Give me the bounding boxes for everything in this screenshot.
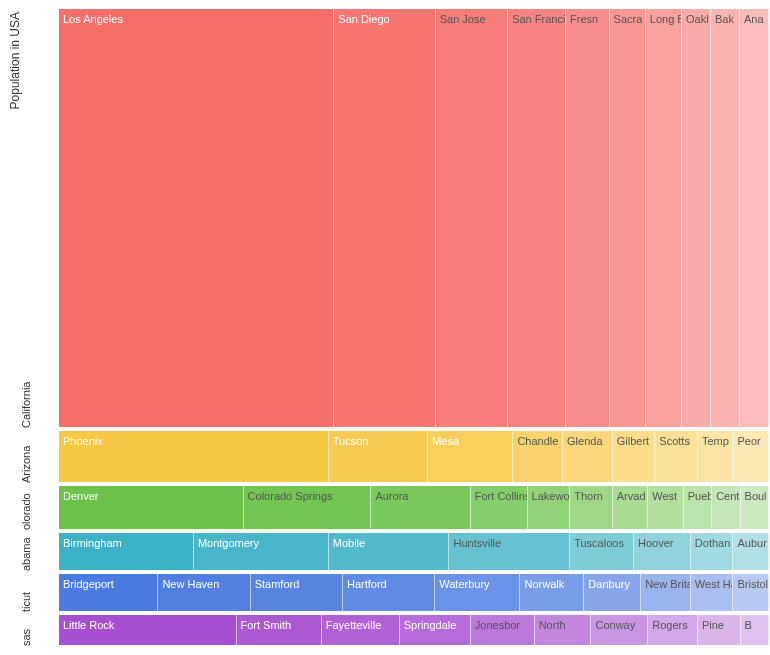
city-cell[interactable]: Lakewo: [528, 486, 571, 530]
city-cell[interactable]: Fresn: [566, 9, 609, 427]
city-cell[interactable]: Gilbert: [613, 431, 656, 481]
city-cell[interactable]: Phoenix: [59, 431, 329, 481]
city-cell[interactable]: Fayetteville: [322, 615, 400, 645]
city-cell[interactable]: Arvad: [613, 486, 649, 530]
city-cell[interactable]: Cent: [712, 486, 740, 530]
city-label: Bak: [715, 13, 734, 25]
state-row-arizona[interactable]: PhoenixTucsonMesaChandleGlendaGilbertSco…: [58, 430, 770, 482]
city-label: North: [539, 619, 566, 631]
city-label: Waterbury: [439, 578, 489, 590]
city-cell[interactable]: Thorn: [570, 486, 613, 530]
city-label: Fort Smith: [241, 619, 292, 631]
state-label-california: California: [20, 8, 32, 428]
city-label: Jonesbor: [475, 619, 520, 631]
city-label: New Britain: [645, 578, 691, 590]
city-label: Peor: [737, 435, 760, 447]
city-cell[interactable]: Conway: [591, 615, 648, 645]
city-label: Oakl: [686, 13, 709, 25]
city-cell[interactable]: Montgomery: [194, 533, 329, 570]
city-cell[interactable]: Aubur: [733, 533, 769, 570]
city-label: Colorado Springs: [248, 490, 333, 502]
marimekko-chart: Population in USA CaliforniaArizonaolora…: [0, 0, 770, 655]
city-cell[interactable]: Fort Smith: [237, 615, 322, 645]
city-cell[interactable]: Puebl: [684, 486, 712, 530]
city-cell[interactable]: Mobile: [329, 533, 450, 570]
city-cell[interactable]: Bak: [711, 9, 740, 427]
city-cell[interactable]: Rogers: [648, 615, 698, 645]
city-label: Bridgeport: [63, 578, 114, 590]
city-cell[interactable]: Birmingham: [59, 533, 194, 570]
city-cell[interactable]: Scotts: [655, 431, 698, 481]
city-cell[interactable]: Los Angeles: [59, 9, 334, 427]
city-cell[interactable]: Denver: [59, 486, 244, 530]
city-cell[interactable]: Aurora: [371, 486, 470, 530]
city-label: Bristol: [737, 578, 768, 590]
state-label-arkansas: sas: [20, 614, 32, 646]
city-cell[interactable]: Norwalk: [520, 574, 584, 611]
city-label: Aubur: [737, 537, 766, 549]
city-cell[interactable]: Ana: [740, 9, 769, 427]
city-cell[interactable]: San Diego: [334, 9, 435, 427]
city-label: Los Angeles: [63, 13, 123, 25]
city-cell[interactable]: North: [535, 615, 592, 645]
city-cell[interactable]: Pine: [698, 615, 741, 645]
city-label: Sacra: [614, 13, 643, 25]
city-cell[interactable]: Glenda: [563, 431, 613, 481]
city-cell[interactable]: Huntsville: [449, 533, 570, 570]
city-label: Birmingham: [63, 537, 122, 549]
state-label-alabama: abama: [20, 532, 32, 571]
city-cell[interactable]: Stamford: [251, 574, 343, 611]
city-cell[interactable]: Sacra: [610, 9, 646, 427]
state-row-california[interactable]: Los AngelesSan DiegoSan JoseSan Francisc…: [58, 8, 770, 428]
city-label: Aurora: [375, 490, 408, 502]
city-label: Phoenix: [63, 435, 103, 447]
city-cell[interactable]: New Haven: [158, 574, 250, 611]
city-cell[interactable]: New Britain: [641, 574, 691, 611]
city-cell[interactable]: Colorado Springs: [244, 486, 372, 530]
city-cell[interactable]: Dothan: [691, 533, 734, 570]
city-label: Pine: [702, 619, 724, 631]
city-cell[interactable]: Tuscaloos: [570, 533, 634, 570]
city-cell[interactable]: West: [648, 486, 684, 530]
city-label: Dothan: [695, 537, 730, 549]
city-cell[interactable]: Boul: [741, 486, 769, 530]
city-cell[interactable]: Waterbury: [435, 574, 520, 611]
city-cell[interactable]: Jonesbor: [471, 615, 535, 645]
city-label: Huntsville: [453, 537, 501, 549]
state-row-colorado[interactable]: DenverColorado SpringsAuroraFort Collins…: [58, 485, 770, 531]
city-cell[interactable]: Temp: [698, 431, 734, 481]
city-label: Lakewo: [532, 490, 570, 502]
city-cell[interactable]: Springdale: [400, 615, 471, 645]
city-cell[interactable]: Bristol: [733, 574, 769, 611]
city-label: San Diego: [338, 13, 389, 25]
city-cell[interactable]: Little Rock: [59, 615, 237, 645]
state-label-connecticut: ticut: [20, 573, 32, 612]
city-cell[interactable]: Oakl: [682, 9, 711, 427]
city-cell[interactable]: Bridgeport: [59, 574, 158, 611]
city-cell[interactable]: Tucson: [329, 431, 428, 481]
city-cell[interactable]: Peor: [733, 431, 769, 481]
state-row-connecticut[interactable]: BridgeportNew HavenStamfordHartfordWater…: [58, 573, 770, 612]
city-label: Stamford: [255, 578, 300, 590]
city-cell[interactable]: B: [741, 615, 769, 645]
city-label: Boul: [745, 490, 767, 502]
city-label: Tucson: [333, 435, 369, 447]
city-cell[interactable]: Danbury: [584, 574, 641, 611]
state-row-alabama[interactable]: BirminghamMontgomeryMobileHuntsvilleTusc…: [58, 532, 770, 571]
city-cell[interactable]: San Francisco: [508, 9, 566, 427]
city-cell[interactable]: Mesa: [428, 431, 513, 481]
state-row-arkansas[interactable]: Little RockFort SmithFayettevilleSpringd…: [58, 614, 770, 646]
city-cell[interactable]: San Jose: [436, 9, 508, 427]
city-label: Cent: [716, 490, 739, 502]
city-label: Conway: [595, 619, 635, 631]
city-cell[interactable]: Hartford: [343, 574, 435, 611]
city-cell[interactable]: Fort Collins: [471, 486, 528, 530]
city-label: Hoover: [638, 537, 673, 549]
city-cell[interactable]: West Hartfor: [691, 574, 734, 611]
city-label: Mesa: [432, 435, 459, 447]
city-label: Scotts: [659, 435, 690, 447]
city-cell[interactable]: Hoover: [634, 533, 691, 570]
city-cell[interactable]: Chandle: [513, 431, 563, 481]
city-label: Ana: [744, 13, 764, 25]
city-cell[interactable]: Long Beach: [646, 9, 682, 427]
